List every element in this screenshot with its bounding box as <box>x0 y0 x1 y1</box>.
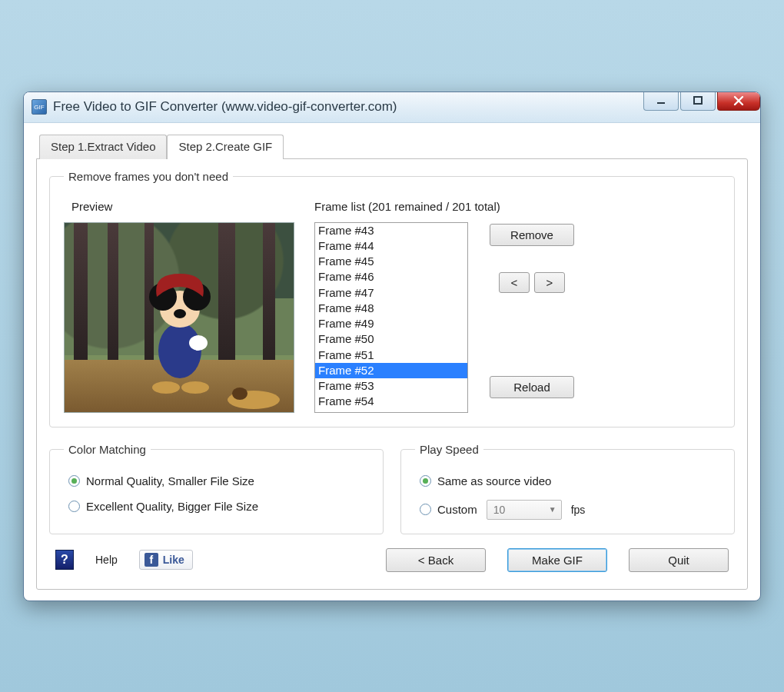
help-icon[interactable]: ? <box>55 550 74 570</box>
like-label: Like <box>163 554 184 566</box>
color-matching-group: Color Matching Normal Quality, Smaller F… <box>49 443 384 534</box>
preview-character-icon <box>65 223 294 413</box>
frame-list-label: Frame list (201 remained / 201 total) <box>314 200 720 213</box>
quit-button[interactable]: Quit <box>629 548 729 572</box>
window-title: Free Video to GIF Converter (www.video-g… <box>53 99 642 115</box>
fps-value: 10 <box>493 504 506 516</box>
reload-button[interactable]: Reload <box>490 376 574 398</box>
list-item[interactable]: Frame #46 <box>315 269 467 284</box>
list-item[interactable]: Frame #44 <box>315 238 467 254</box>
remove-frames-group: Remove frames you don't need Preview <box>49 170 735 428</box>
list-item[interactable]: Frame #48 <box>315 301 467 316</box>
list-item[interactable]: Frame #52 <box>315 363 467 378</box>
radio-icon <box>68 475 80 487</box>
svg-point-9 <box>189 335 208 351</box>
preview-label: Preview <box>71 200 294 213</box>
list-item[interactable]: Frame #50 <box>315 331 467 347</box>
svg-point-2 <box>158 323 201 378</box>
radio-icon <box>68 501 80 512</box>
preview-image <box>64 222 294 413</box>
maximize-icon <box>693 95 703 106</box>
frame-list[interactable]: Frame #43Frame #44Frame #45Frame #46Fram… <box>314 222 468 413</box>
fps-combo[interactable]: 10 ▼ <box>487 500 562 520</box>
svg-rect-1 <box>694 97 702 104</box>
minimize-icon <box>656 95 666 106</box>
play-speed-group: Play Speed Same as source video Custom 1… <box>400 443 735 534</box>
chevron-down-icon: ▼ <box>549 505 556 514</box>
close-button[interactable] <box>717 92 760 111</box>
tab-step2[interactable]: Step 2.Create GIF <box>167 135 284 159</box>
next-frame-button[interactable]: > <box>534 272 565 293</box>
close-icon <box>733 95 745 107</box>
back-button[interactable]: < Back <box>386 548 486 572</box>
radio-label: Same as source video <box>437 474 551 487</box>
tabs-header: Step 1.Extract Video Step 2.Create GIF <box>36 134 748 158</box>
list-item[interactable]: Frame #47 <box>315 285 467 301</box>
app-window: GIF Free Video to GIF Converter (www.vid… <box>23 91 761 601</box>
titlebar[interactable]: GIF Free Video to GIF Converter (www.vid… <box>24 92 760 123</box>
radio-label: Normal Quality, Smaller File Size <box>86 474 254 487</box>
svg-point-6 <box>174 309 186 318</box>
svg-point-7 <box>152 381 180 394</box>
radio-icon <box>420 475 431 487</box>
facebook-icon: f <box>145 553 158 567</box>
radio-icon <box>420 504 431 515</box>
radio-normal-quality[interactable]: Normal Quality, Smaller File Size <box>68 474 369 487</box>
radio-same-speed[interactable]: Same as source video <box>420 474 720 487</box>
list-item[interactable]: Frame #54 <box>315 394 467 409</box>
list-item[interactable]: Frame #43 <box>315 223 467 238</box>
svg-point-8 <box>181 381 209 394</box>
tab-step1[interactable]: Step 1.Extract Video <box>39 135 167 159</box>
svg-rect-0 <box>657 102 665 104</box>
remove-button[interactable]: Remove <box>490 224 574 246</box>
app-icon: GIF <box>32 99 47 115</box>
radio-label: Custom <box>437 503 477 516</box>
list-item[interactable]: Frame #51 <box>315 348 467 363</box>
tab-panel-step2: Remove frames you don't need Preview <box>36 158 748 590</box>
radio-label: Excellent Quality, Bigger File Size <box>86 500 258 513</box>
minimize-button[interactable] <box>643 92 679 111</box>
svg-point-11 <box>232 388 247 400</box>
facebook-like-button[interactable]: f Like <box>139 550 193 570</box>
prev-frame-button[interactable]: < <box>499 272 530 293</box>
radio-custom-speed[interactable]: Custom <box>420 503 477 516</box>
color-matching-legend: Color Matching <box>64 443 151 456</box>
list-item[interactable]: Frame #53 <box>315 378 467 394</box>
remove-frames-legend: Remove frames you don't need <box>64 170 233 183</box>
make-gif-button[interactable]: Make GIF <box>507 548 607 572</box>
radio-excellent-quality[interactable]: Excellent Quality, Bigger File Size <box>68 500 369 513</box>
fps-unit: fps <box>571 504 586 516</box>
play-speed-legend: Play Speed <box>415 443 483 456</box>
list-item[interactable]: Frame #45 <box>315 254 467 269</box>
maximize-button[interactable] <box>680 92 716 111</box>
list-item[interactable]: Frame #49 <box>315 316 467 331</box>
help-label[interactable]: Help <box>95 554 118 566</box>
footer-bar: ? Help f Like < Back Make GIF Quit <box>49 534 735 575</box>
